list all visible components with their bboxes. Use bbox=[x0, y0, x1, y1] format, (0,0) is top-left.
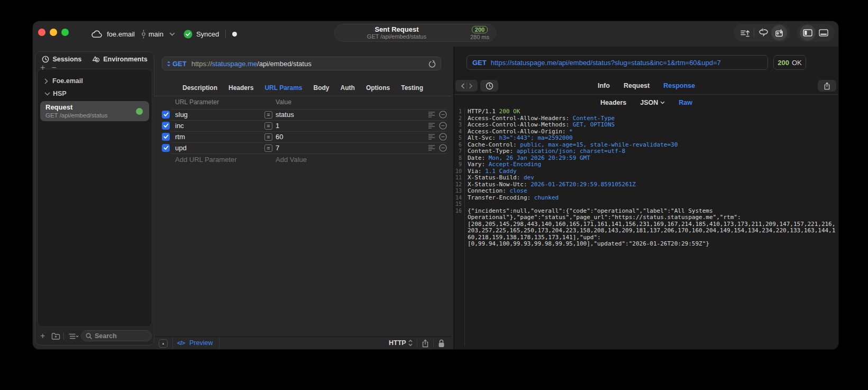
chevron-down-icon bbox=[169, 32, 175, 36]
code-line: [0,99.94,100,99.93,99.98,99.95,100],"upd… bbox=[454, 241, 838, 248]
remove-row-icon[interactable] bbox=[439, 144, 447, 152]
status-text: OK bbox=[792, 59, 802, 67]
tab-testing[interactable]: Testing bbox=[401, 84, 423, 92]
minimize-button[interactable] bbox=[50, 29, 57, 36]
equals-icon: = bbox=[264, 111, 272, 119]
method-label: GET bbox=[172, 60, 187, 68]
search-placeholder: Search bbox=[95, 332, 117, 340]
param-row: slug = status bbox=[155, 109, 451, 120]
branch-selector[interactable]: main bbox=[141, 30, 175, 39]
branch-icon bbox=[141, 30, 146, 39]
titlebar-divider bbox=[225, 30, 226, 38]
request-subtitle: GET /api/embed/status bbox=[45, 112, 144, 119]
row-options-icon[interactable] bbox=[428, 133, 435, 140]
sync-transfer-icon[interactable] bbox=[771, 25, 787, 41]
sync-check-icon bbox=[184, 30, 193, 39]
equals-icon: = bbox=[264, 144, 272, 152]
sync-status[interactable]: Synced bbox=[184, 30, 219, 39]
tree-item-foe-email[interactable]: Foe.email bbox=[38, 75, 152, 87]
request-status-pill[interactable]: Sent Request GET /api/embed/status 200 2… bbox=[334, 24, 496, 42]
response-subtab-raw[interactable]: Raw bbox=[679, 99, 692, 106]
tab-environments[interactable]: Environments bbox=[92, 56, 147, 63]
search-icon bbox=[86, 333, 92, 339]
param-name[interactable]: rtm bbox=[175, 133, 185, 141]
toggle-left-panel-icon[interactable] bbox=[800, 25, 816, 41]
divider bbox=[172, 337, 173, 349]
param-checkbox[interactable] bbox=[162, 111, 170, 119]
export-response-icon[interactable] bbox=[818, 80, 836, 92]
lock-icon bbox=[438, 339, 445, 348]
param-checkbox[interactable] bbox=[162, 122, 170, 130]
method-selector-icon[interactable] bbox=[167, 61, 171, 67]
unsaved-indicator-dot bbox=[232, 32, 237, 37]
tab-sessions[interactable]: Sessions bbox=[42, 56, 81, 63]
equals-icon: = bbox=[264, 122, 272, 130]
zoom-button[interactable] bbox=[61, 29, 69, 36]
chevron-right-icon bbox=[44, 78, 48, 84]
param-checkbox[interactable] bbox=[162, 133, 170, 141]
tab-body[interactable]: Body bbox=[314, 84, 330, 92]
param-name[interactable]: upd bbox=[175, 144, 187, 152]
param-value[interactable]: status bbox=[276, 111, 294, 119]
row-options-icon[interactable] bbox=[428, 111, 435, 118]
expand-console-button[interactable]: ▲ bbox=[159, 339, 168, 348]
param-name[interactable]: inc bbox=[175, 122, 184, 130]
editor-footer: ▲ </> Preview HTTP bbox=[154, 337, 451, 349]
refresh-icon[interactable] bbox=[428, 60, 436, 68]
remove-row-icon[interactable] bbox=[439, 133, 447, 141]
status-code: 200 bbox=[778, 59, 789, 67]
remove-row-icon[interactable] bbox=[439, 122, 447, 130]
titlebar: foe.email main Synced Sent Request GET /… bbox=[33, 21, 838, 47]
add-item-button[interactable]: + bbox=[40, 63, 45, 72]
param-name[interactable]: slug bbox=[175, 111, 188, 119]
close-button[interactable] bbox=[38, 29, 45, 36]
sessions-history-icon bbox=[42, 56, 49, 63]
lasso-icon[interactable] bbox=[755, 25, 771, 41]
response-tab-info[interactable]: Info bbox=[598, 82, 610, 89]
remove-item-button[interactable]: − bbox=[51, 63, 56, 72]
param-value[interactable]: 1 bbox=[276, 122, 279, 130]
param-value[interactable]: 60 bbox=[276, 133, 283, 141]
sort-list-icon[interactable] bbox=[68, 333, 79, 340]
param-value[interactable]: 7 bbox=[276, 144, 279, 152]
equals-icon: = bbox=[264, 133, 272, 141]
request-url-bar[interactable]: GET https://statuspage.me/api/embed/stat… bbox=[162, 57, 441, 70]
new-request-button[interactable]: + bbox=[40, 331, 45, 341]
sessions-tree-panel: Foe.email HSP Request GET /api/embed/sta… bbox=[37, 69, 152, 327]
tree-label: HSP bbox=[53, 90, 67, 97]
sent-url-box[interactable]: GET https://statuspage.me/api/embed/stat… bbox=[467, 55, 768, 70]
response-tab-request[interactable]: Request bbox=[624, 82, 650, 89]
import-export-icon[interactable] bbox=[737, 25, 753, 41]
cloud-icon bbox=[92, 30, 103, 38]
share-icon[interactable] bbox=[422, 339, 429, 348]
row-options-icon[interactable] bbox=[428, 144, 435, 151]
add-param-row[interactable]: Add URL Parameter Add Value bbox=[155, 153, 451, 165]
search-input[interactable]: Search bbox=[81, 330, 152, 341]
add-param-placeholder: Add URL Parameter bbox=[175, 156, 237, 164]
tab-options[interactable]: Options bbox=[366, 84, 390, 92]
response-status-box: 200 OK bbox=[773, 55, 806, 70]
toggle-bottom-panel-icon[interactable] bbox=[816, 25, 832, 41]
tab-headers[interactable]: Headers bbox=[229, 84, 253, 92]
project-name[interactable]: foe.email bbox=[107, 30, 135, 38]
request-list-item[interactable]: Request GET /api/embed/status bbox=[40, 101, 149, 121]
tab-description[interactable]: Description bbox=[182, 84, 217, 92]
param-checkbox[interactable] bbox=[162, 144, 170, 152]
add-value-placeholder: Add Value bbox=[276, 156, 307, 164]
tab-url-params[interactable]: URL Params bbox=[264, 84, 302, 92]
new-folder-icon[interactable] bbox=[51, 332, 60, 340]
row-options-icon[interactable] bbox=[428, 122, 435, 129]
tab-auth[interactable]: Auth bbox=[341, 84, 355, 92]
app-window: foe.email main Synced Sent Request GET /… bbox=[33, 21, 838, 349]
protocol-selector[interactable]: HTTP bbox=[389, 339, 413, 347]
preview-button[interactable]: Preview bbox=[189, 339, 213, 347]
remove-row-icon[interactable] bbox=[439, 111, 447, 119]
response-subtab-json[interactable]: JSON bbox=[640, 99, 665, 106]
request-status-dot bbox=[136, 108, 143, 115]
tree-item-hsp[interactable]: HSP bbox=[38, 87, 152, 100]
toolbar-group-panels bbox=[797, 24, 835, 42]
sent-request-title: Sent Request bbox=[374, 25, 418, 33]
url-scheme: https:// bbox=[191, 60, 212, 68]
response-subtab-headers[interactable]: Headers bbox=[600, 99, 626, 106]
response-tab-response[interactable]: Response bbox=[663, 82, 695, 89]
